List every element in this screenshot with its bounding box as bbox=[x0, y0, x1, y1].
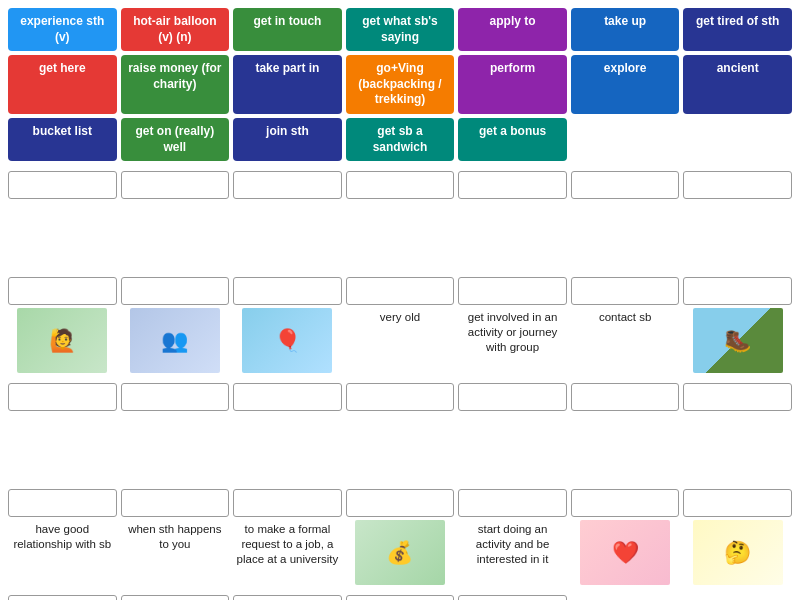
drop-box-img-1-6[interactable] bbox=[683, 277, 792, 305]
vocab-btn-6[interactable]: get tired of sth bbox=[683, 8, 792, 51]
vocab-btn-13[interactable]: ancient bbox=[683, 55, 792, 114]
match-cell-3-0: have good relationship with sb bbox=[8, 489, 117, 589]
clue-text-3-2: to make a formal request to a job, a pla… bbox=[233, 520, 342, 569]
drop-box-img-1-2[interactable] bbox=[233, 277, 342, 305]
drop-box-2-6[interactable] bbox=[683, 383, 792, 411]
drop-box-0-0[interactable] bbox=[8, 171, 117, 199]
drop-box-0-3[interactable] bbox=[346, 171, 455, 199]
vocab-btn-11[interactable]: perform bbox=[458, 55, 567, 114]
match-cell-1-3: very old bbox=[346, 277, 455, 377]
vocab-btn-7[interactable]: get here bbox=[8, 55, 117, 114]
clue-text-3-1: when sth happens to you bbox=[121, 520, 230, 554]
match-row-2 bbox=[8, 383, 792, 483]
match-cell-2-4 bbox=[458, 383, 567, 483]
main-container: experience sth (v)hot-air balloon (v) (n… bbox=[0, 0, 800, 600]
drop-box-img-3-5[interactable] bbox=[571, 489, 680, 517]
image-3-3: 💰 bbox=[355, 520, 445, 585]
drop-box-2-1[interactable] bbox=[121, 383, 230, 411]
drop-box-0-5[interactable] bbox=[571, 171, 680, 199]
match-cell-1-5: contact sb bbox=[571, 277, 680, 377]
match-cell-0-0 bbox=[8, 171, 117, 271]
vocab-btn-16[interactable]: join sth bbox=[233, 118, 342, 161]
drop-box-text-1-5[interactable] bbox=[571, 277, 680, 305]
vocab-btn-15[interactable]: get on (really) well bbox=[121, 118, 230, 161]
drop-box-text-1-3[interactable] bbox=[346, 277, 455, 305]
image-1-1: 👥 bbox=[130, 308, 220, 373]
match-cell-2-1 bbox=[121, 383, 230, 483]
match-cell-2-2 bbox=[233, 383, 342, 483]
vocab-btn-18[interactable]: get a bonus bbox=[458, 118, 567, 161]
drop-box-2-3[interactable] bbox=[346, 383, 455, 411]
vocab-btn-1[interactable]: hot-air balloon (v) (n) bbox=[121, 8, 230, 51]
match-cell-2-3 bbox=[346, 383, 455, 483]
clue-text-1-3: very old bbox=[378, 308, 422, 327]
drop-box-img-1-0[interactable] bbox=[8, 277, 117, 305]
match-cell-1-0: 🙋 bbox=[8, 277, 117, 377]
clue-text-3-4: start doing an activity and be intereste… bbox=[458, 520, 567, 569]
drop-box-4-1[interactable] bbox=[121, 595, 230, 600]
match-cell-3-4: start doing an activity and be intereste… bbox=[458, 489, 567, 589]
drop-box-img-3-6[interactable] bbox=[683, 489, 792, 517]
match-cell-0-6 bbox=[683, 171, 792, 271]
match-cell-2-5 bbox=[571, 383, 680, 483]
match-cell-1-1: 👥 bbox=[121, 277, 230, 377]
match-row-4 bbox=[8, 595, 792, 600]
vocab-btn-17[interactable]: get sb a sandwich bbox=[346, 118, 455, 161]
drop-box-img-3-3[interactable] bbox=[346, 489, 455, 517]
vocab-btn-14[interactable]: bucket list bbox=[8, 118, 117, 161]
match-cell-3-6: 🤔 bbox=[683, 489, 792, 589]
match-cell-0-1 bbox=[121, 171, 230, 271]
drop-box-0-6[interactable] bbox=[683, 171, 792, 199]
drop-box-4-3[interactable] bbox=[346, 595, 455, 600]
match-cell-2-6 bbox=[683, 383, 792, 483]
drop-box-0-4[interactable] bbox=[458, 171, 567, 199]
match-cell-4-6 bbox=[683, 595, 792, 600]
drop-box-text-3-0[interactable] bbox=[8, 489, 117, 517]
match-cell-4-5 bbox=[571, 595, 680, 600]
drop-box-0-2[interactable] bbox=[233, 171, 342, 199]
match-cell-3-1: when sth happens to you bbox=[121, 489, 230, 589]
vocab-btn-12[interactable]: explore bbox=[571, 55, 680, 114]
drop-box-text-3-2[interactable] bbox=[233, 489, 342, 517]
vocab-btn-5[interactable]: take up bbox=[571, 8, 680, 51]
drop-box-img-1-1[interactable] bbox=[121, 277, 230, 305]
drop-box-text-3-4[interactable] bbox=[458, 489, 567, 517]
drop-box-text-3-1[interactable] bbox=[121, 489, 230, 517]
clue-text-1-5: contact sb bbox=[597, 308, 653, 327]
drop-box-2-5[interactable] bbox=[571, 383, 680, 411]
vocab-btn-10[interactable]: go+Ving (backpacking / trekking) bbox=[346, 55, 455, 114]
match-row-1: 🙋👥🎈very oldget involved in an activity o… bbox=[8, 277, 792, 377]
clue-text-3-0: have good relationship with sb bbox=[8, 520, 117, 554]
drop-box-4-2[interactable] bbox=[233, 595, 342, 600]
match-cell-0-5 bbox=[571, 171, 680, 271]
drop-box-2-2[interactable] bbox=[233, 383, 342, 411]
vocab-btn-3[interactable]: get what sb's saying bbox=[346, 8, 455, 51]
drop-box-0-1[interactable] bbox=[121, 171, 230, 199]
drop-box-4-4[interactable] bbox=[458, 595, 567, 600]
match-cell-4-1 bbox=[121, 595, 230, 600]
image-1-0: 🙋 bbox=[17, 308, 107, 373]
match-cell-0-2 bbox=[233, 171, 342, 271]
drop-box-4-0[interactable] bbox=[8, 595, 117, 600]
clue-text-1-4: get involved in an activity or journey w… bbox=[458, 308, 567, 357]
vocab-btn-0[interactable]: experience sth (v) bbox=[8, 8, 117, 51]
match-cell-3-5: ❤️ bbox=[571, 489, 680, 589]
vocab-btn-2[interactable]: get in touch bbox=[233, 8, 342, 51]
vocab-btn-8[interactable]: raise money (for charity) bbox=[121, 55, 230, 114]
vocab-btn-4[interactable]: apply to bbox=[458, 8, 567, 51]
match-cell-2-0 bbox=[8, 383, 117, 483]
match-cell-4-4 bbox=[458, 595, 567, 600]
match-cell-1-2: 🎈 bbox=[233, 277, 342, 377]
match-cell-1-6: 🥾 bbox=[683, 277, 792, 377]
drop-box-2-4[interactable] bbox=[458, 383, 567, 411]
drop-box-2-0[interactable] bbox=[8, 383, 117, 411]
vocab-btn-9[interactable]: take part in bbox=[233, 55, 342, 114]
match-cell-3-3: 💰 bbox=[346, 489, 455, 589]
match-row-0 bbox=[8, 171, 792, 271]
image-1-6: 🥾 bbox=[693, 308, 783, 373]
drop-box-text-1-4[interactable] bbox=[458, 277, 567, 305]
match-cell-4-3 bbox=[346, 595, 455, 600]
match-cell-0-3 bbox=[346, 171, 455, 271]
image-3-5: ❤️ bbox=[580, 520, 670, 585]
match-section: 🙋👥🎈very oldget involved in an activity o… bbox=[8, 171, 792, 600]
